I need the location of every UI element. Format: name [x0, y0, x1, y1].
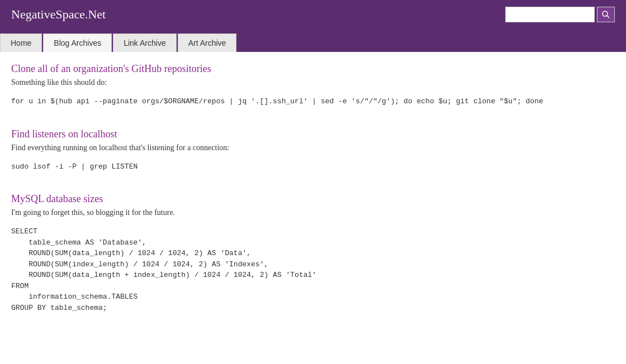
tab-link-archive[interactable]: Link Archive: [113, 33, 176, 52]
post-title-link[interactable]: Clone all of an organization's GitHub re…: [11, 63, 211, 74]
navigation: Home Blog Archives Link Archive Art Arch…: [0, 29, 626, 52]
site-title[interactable]: NegativeSpace.Net: [11, 7, 106, 22]
post-intro: I'm going to forget this, so blogging it…: [11, 208, 604, 217]
post-item: MySQL database sizes I'm going to forget…: [11, 193, 604, 318]
post-title: Find listeners on localhost: [11, 128, 604, 140]
post-item: Find listeners on localhost Find everyth…: [11, 128, 604, 177]
post-title-link[interactable]: Find listeners on localhost: [11, 128, 117, 140]
nav-tabs: Home Blog Archives Link Archive Art Arch…: [0, 33, 626, 52]
tab-home[interactable]: Home: [0, 33, 42, 52]
svg-point-0: [603, 11, 608, 16]
post-intro: Find everything running on localhost tha…: [11, 143, 604, 152]
post-title: MySQL database sizes: [11, 193, 604, 205]
search-icon: [601, 10, 610, 19]
search-button[interactable]: [597, 7, 615, 22]
post-code: for u in $(hub api --paginate orgs/$ORGN…: [11, 92, 604, 112]
post-code: sudo lsof -i -P | grep LISTEN: [11, 157, 604, 177]
tab-art-archive[interactable]: Art Archive: [178, 33, 237, 52]
main-content: Clone all of an organization's GitHub re…: [0, 52, 615, 346]
post-intro: Something like this should do:: [11, 78, 604, 87]
search-form: [505, 7, 615, 22]
search-input[interactable]: [505, 7, 595, 22]
post-title: Clone all of an organization's GitHub re…: [11, 63, 604, 75]
post-item: Clone all of an organization's GitHub re…: [11, 63, 604, 112]
site-header: NegativeSpace.Net: [0, 0, 626, 29]
post-code: SELECT table_schema AS 'Database', ROUND…: [11, 222, 604, 318]
post-title-link[interactable]: MySQL database sizes: [11, 193, 103, 204]
tab-blog-archives[interactable]: Blog Archives: [43, 33, 112, 52]
svg-line-1: [607, 16, 609, 18]
